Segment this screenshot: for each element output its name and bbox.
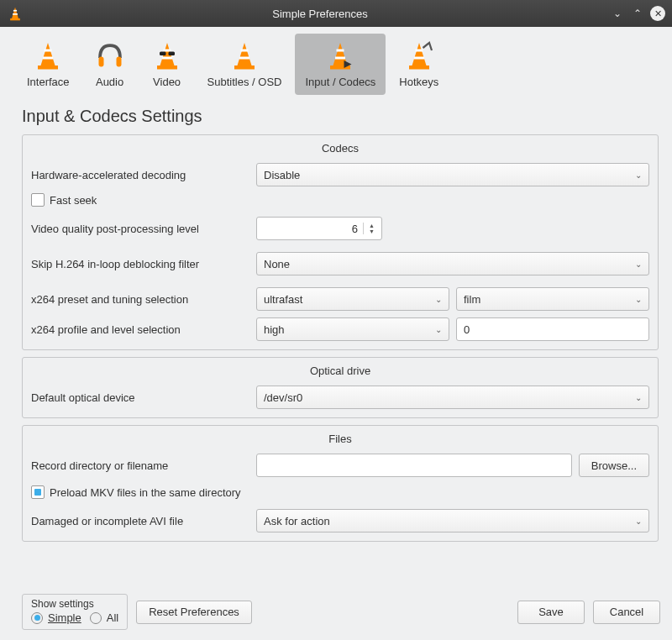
chevron-down-icon: ⌄ xyxy=(435,295,442,304)
select-value: Ask for action xyxy=(264,515,330,527)
save-button[interactable]: Save xyxy=(517,601,585,624)
x264-level-input[interactable]: 0 xyxy=(456,317,649,341)
chevron-down-icon: ⌄ xyxy=(635,295,642,304)
cone-glasses-icon xyxy=(150,39,184,72)
svg-rect-26 xyxy=(415,50,423,52)
hw-decode-label: Hardware-accelerated decoding xyxy=(31,169,249,181)
group-title: Codecs xyxy=(31,135,649,163)
tab-label: Audio xyxy=(96,76,123,88)
damaged-avi-label: Damaged or incomplete AVI file xyxy=(31,515,249,527)
radio-simple[interactable]: Simple xyxy=(31,611,81,624)
spin-arrows-icon[interactable]: ▲▼ xyxy=(363,223,380,234)
svg-marker-16 xyxy=(237,43,252,67)
settings-scroll[interactable]: Codecs Hardware-accelerated decoding Dis… xyxy=(0,134,667,589)
show-settings-label: Show settings xyxy=(31,598,118,610)
browse-button[interactable]: Browse... xyxy=(579,454,649,477)
radio-icon xyxy=(31,612,43,624)
x264-profile-label: x264 profile and level selection xyxy=(31,323,249,336)
svg-rect-28 xyxy=(409,66,429,70)
select-value: high xyxy=(264,323,285,336)
select-value: /dev/sr0 xyxy=(264,391,302,404)
vlc-app-icon xyxy=(7,5,24,22)
pp-level-spinbox[interactable]: 6 ▲▼ xyxy=(256,217,382,240)
cone-shortcut-icon xyxy=(402,39,436,72)
tab-input-codecs[interactable]: Input / Codecs xyxy=(295,34,386,95)
select-value: None xyxy=(264,258,290,270)
svg-rect-15 xyxy=(168,52,175,56)
svg-rect-27 xyxy=(414,57,424,60)
group-title: Files xyxy=(31,426,649,454)
fast-seek-label: Fast seek xyxy=(50,194,97,207)
hw-decode-select[interactable]: Disable ⌄ xyxy=(256,163,649,186)
record-dir-input[interactable] xyxy=(256,454,572,477)
x264-preset-select[interactable]: ultrafast ⌄ xyxy=(256,287,449,311)
radio-icon xyxy=(90,612,102,624)
input-value: 0 xyxy=(464,323,470,336)
svg-rect-6 xyxy=(43,57,53,60)
cone-play-icon xyxy=(323,39,357,72)
chevron-down-icon: ⌄ xyxy=(635,393,642,402)
svg-rect-9 xyxy=(116,57,121,67)
tab-video[interactable]: Video xyxy=(140,34,194,95)
x264-preset-label: x264 preset and tuning selection xyxy=(31,293,249,306)
chevron-down-icon: ⌄ xyxy=(435,325,442,334)
tab-subtitles[interactable]: Subtitles / OSD xyxy=(197,34,292,95)
window-title: Simple Preferences xyxy=(30,8,610,20)
tab-audio[interactable]: Audio xyxy=(83,34,137,95)
maximize-icon[interactable]: ⌃ xyxy=(630,8,645,19)
preload-mkv-checkbox[interactable] xyxy=(31,485,45,499)
fast-seek-checkbox[interactable] xyxy=(31,193,45,207)
skip-deblock-label: Skip H.264 in-loop deblocking filter xyxy=(31,258,249,270)
spin-value: 6 xyxy=(352,223,358,235)
tab-label: Subtitles / OSD xyxy=(207,76,282,88)
page-title: Input & Codecs Settings xyxy=(0,95,672,134)
svg-rect-7 xyxy=(38,66,58,70)
preload-mkv-label: Preload MKV files in the same directory xyxy=(50,486,241,499)
chevron-down-icon: ⌄ xyxy=(635,170,642,180)
group-title: Optical drive xyxy=(31,358,649,386)
select-value: film xyxy=(464,293,480,306)
tab-interface[interactable]: Interface xyxy=(17,34,80,95)
damaged-avi-select[interactable]: Ask for action ⌄ xyxy=(256,509,649,532)
svg-rect-19 xyxy=(234,66,255,70)
close-icon[interactable]: ✕ xyxy=(650,6,665,21)
cancel-button[interactable]: Cancel xyxy=(593,601,660,624)
svg-rect-14 xyxy=(160,52,166,56)
optical-device-select[interactable]: /dev/sr0 ⌄ xyxy=(256,386,649,409)
tab-hotkeys[interactable]: Hotkeys xyxy=(389,34,449,95)
window-body: Interface Audio Video Subtitles / OSD In… xyxy=(0,27,672,640)
svg-rect-2 xyxy=(13,13,18,15)
show-settings-group: Show settings Simple All xyxy=(22,594,128,630)
svg-marker-4 xyxy=(40,43,55,67)
group-files: Files Record directory or filename Brows… xyxy=(22,425,659,542)
svg-marker-0 xyxy=(12,8,18,19)
category-tabs: Interface Audio Video Subtitles / OSD In… xyxy=(0,27,672,95)
cone-icon xyxy=(31,39,65,72)
optical-device-label: Default optical device xyxy=(31,391,249,404)
minimize-icon[interactable]: ⌄ xyxy=(610,8,625,19)
reset-preferences-button[interactable]: Reset Preferences xyxy=(136,601,252,624)
select-value: ultrafast xyxy=(264,293,302,306)
tab-label: Hotkeys xyxy=(399,76,438,88)
headphones-icon xyxy=(93,39,127,72)
tab-label: Video xyxy=(153,76,181,88)
select-value: Disable xyxy=(264,169,300,181)
svg-rect-5 xyxy=(45,50,52,52)
chevron-down-icon: ⌄ xyxy=(635,260,642,269)
svg-rect-21 xyxy=(337,50,344,52)
footer: Show settings Simple All Reset Preferenc… xyxy=(0,589,672,640)
pp-level-label: Video quality post-processing level xyxy=(31,223,249,235)
x264-tune-select[interactable]: film ⌄ xyxy=(456,287,649,311)
svg-rect-12 xyxy=(162,57,172,60)
record-dir-label: Record directory or filename xyxy=(31,459,249,472)
group-optical: Optical drive Default optical device /de… xyxy=(22,357,659,418)
chevron-down-icon: ⌄ xyxy=(635,517,642,526)
cone-icon xyxy=(228,39,261,72)
svg-rect-13 xyxy=(157,66,177,70)
svg-rect-17 xyxy=(241,50,249,52)
x264-profile-select[interactable]: high ⌄ xyxy=(256,317,449,341)
skip-deblock-select[interactable]: None ⌄ xyxy=(256,252,649,275)
radio-all[interactable]: All xyxy=(90,611,118,624)
tab-label: Input / Codecs xyxy=(305,76,375,88)
svg-rect-8 xyxy=(98,57,103,67)
